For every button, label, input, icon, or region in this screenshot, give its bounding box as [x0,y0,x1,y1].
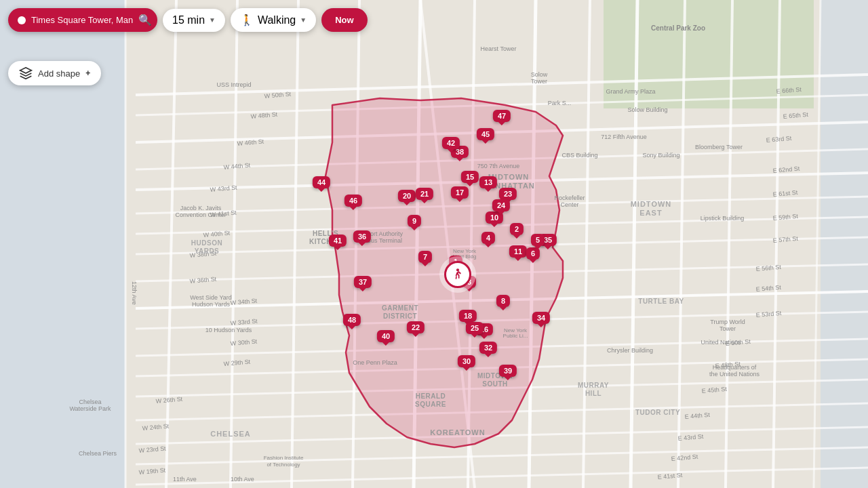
svg-text:EAST: EAST [639,209,662,217]
map-marker-42[interactable]: 42 [442,137,460,149]
map-marker-13[interactable]: 13 [479,176,497,188]
map-marker-48[interactable]: 48 [343,314,361,326]
svg-text:HERALD: HERALD [416,392,446,400]
svg-text:the United Nations: the United Nations [709,371,760,378]
map-marker-40[interactable]: 40 [377,330,395,342]
svg-text:HUDSON: HUDSON [191,239,222,247]
svg-text:TURTLE BAY: TURTLE BAY [638,298,684,305]
map-marker-18[interactable]: 18 [459,310,477,322]
map-container: W 50th St W 48th St W 46th St W 44th St … [0,0,868,488]
svg-text:West Side Yard: West Side Yard [190,294,232,301]
time-dropdown-arrow: ▼ [209,16,216,24]
svg-text:Public Li...: Public Li... [503,333,528,339]
svg-text:CBS Building: CBS Building [561,152,597,159]
center-location-marker [439,256,476,293]
svg-point-134 [456,268,459,271]
svg-text:Tower: Tower [719,325,736,332]
walking-icon: 🚶 [240,14,254,26]
map-marker-21[interactable]: 21 [416,188,433,200]
map-marker-39[interactable]: 39 [499,365,517,377]
svg-text:750 7th Avenue: 750 7th Avenue [477,163,519,169]
svg-text:KOREATOWN: KOREATOWN [430,428,485,436]
svg-text:Rockefeller: Rockefeller [554,195,585,201]
svg-text:CHELSEA: CHELSEA [210,430,251,438]
map-marker-41[interactable]: 41 [329,235,347,247]
svg-text:TUDOR CITY: TUDOR CITY [635,409,680,416]
svg-text:Chelsea: Chelsea [79,399,101,405]
svg-text:10 Hudson Yards: 10 Hudson Yards [205,327,252,333]
search-icon-button[interactable]: 🔍 [138,14,152,26]
svg-text:Sony Building: Sony Building [642,152,679,159]
svg-text:Bloomberg Tower: Bloomberg Tower [695,144,743,150]
map-marker-32[interactable]: 32 [479,342,497,354]
map-marker-30[interactable]: 30 [458,355,475,367]
svg-text:Fashion Institute: Fashion Institute [264,455,304,461]
svg-text:One Penn Plaza: One Penn Plaza [353,359,397,366]
map-marker-45[interactable]: 45 [477,128,494,140]
svg-text:Jacob K. Javits: Jacob K. Javits [180,205,222,211]
svg-text:USS Intrepid: USS Intrepid [216,81,251,88]
svg-text:Port Authority: Port Authority [366,230,403,237]
svg-text:Solow: Solow [531,71,548,78]
svg-text:SOUTH: SOUTH [482,380,508,388]
svg-text:Chrysler Building: Chrysler Building [607,347,653,354]
svg-text:Headquarters of: Headquarters of [713,364,757,371]
svg-text:YARDS: YARDS [195,247,220,255]
map-marker-7[interactable]: 7 [418,251,432,263]
svg-text:10th Ave: 10th Ave [231,476,254,483]
svg-text:11th Ave: 11th Ave [173,476,197,483]
svg-text:Tower: Tower [531,78,547,85]
now-button[interactable]: Now [321,8,367,32]
svg-text:United Nations: United Nations [701,339,741,346]
svg-text:Hearst Tower: Hearst Tower [481,45,517,52]
svg-text:HILL: HILL [585,390,601,397]
map-marker-37[interactable]: 37 [354,276,372,288]
map-marker-5[interactable]: 5 [531,234,545,246]
map-marker-17[interactable]: 17 [451,186,469,199]
map-marker-36[interactable]: 36 [353,230,371,243]
map-marker-22[interactable]: 22 [407,321,425,333]
map-marker-24[interactable]: 24 [492,199,510,211]
svg-text:Solow Building: Solow Building [627,106,667,113]
map-marker-23[interactable]: 23 [499,188,517,200]
svg-text:Park S...: Park S... [548,100,572,106]
map-marker-47[interactable]: 47 [493,110,511,122]
svg-text:Center: Center [560,201,578,208]
add-shape-button[interactable]: Add shape + [8,61,101,85]
time-picker[interactable]: 15 min ▼ [163,9,225,32]
map-marker-25[interactable]: 25 [466,322,484,334]
mode-picker[interactable]: 🚶 Walking ▼ [231,8,316,32]
map-marker-20[interactable]: 20 [398,190,416,202]
toolbar: 🔍 15 min ▼ 🚶 Walking ▼ Now [8,8,368,32]
svg-text:MURRAY: MURRAY [578,382,609,389]
svg-text:GARMENT: GARMENT [382,304,418,312]
mode-dropdown-arrow: ▼ [300,16,307,24]
svg-text:712 Fifth Avenue: 712 Fifth Avenue [601,134,646,140]
map-marker-9[interactable]: 9 [408,215,421,227]
location-dot-icon [18,16,26,24]
svg-text:Trump World: Trump World [710,319,745,325]
svg-text:Lipstick Building: Lipstick Building [701,215,745,222]
svg-text:Waterside Park: Waterside Park [69,405,111,412]
map-marker-46[interactable]: 46 [344,195,362,207]
svg-text:Central Park Zoo: Central Park Zoo [651,24,705,32]
svg-text:Chelsea Piers: Chelsea Piers [79,450,117,457]
svg-text:Bus Terminal: Bus Terminal [367,237,402,244]
map-marker-8[interactable]: 8 [496,295,510,307]
svg-text:DISTRICT: DISTRICT [383,312,417,320]
add-icon: + [85,68,90,78]
map-marker-4[interactable]: 4 [481,232,495,244]
map-marker-44[interactable]: 44 [313,176,330,188]
add-shape-label: Add shape [38,68,80,79]
svg-text:of Technology: of Technology [267,462,300,468]
map-marker-15[interactable]: 15 [461,171,479,183]
layers-icon [19,66,33,80]
map-marker-11[interactable]: 11 [509,245,527,258]
search-container[interactable]: 🔍 [8,8,157,32]
svg-text:Convention Center: Convention Center [175,211,226,218]
search-input[interactable] [31,15,133,25]
map-marker-2[interactable]: 2 [510,223,524,235]
svg-text:Grand Army Plaza: Grand Army Plaza [606,88,655,95]
svg-marker-135 [20,68,32,73]
map-marker-34[interactable]: 34 [532,312,550,324]
